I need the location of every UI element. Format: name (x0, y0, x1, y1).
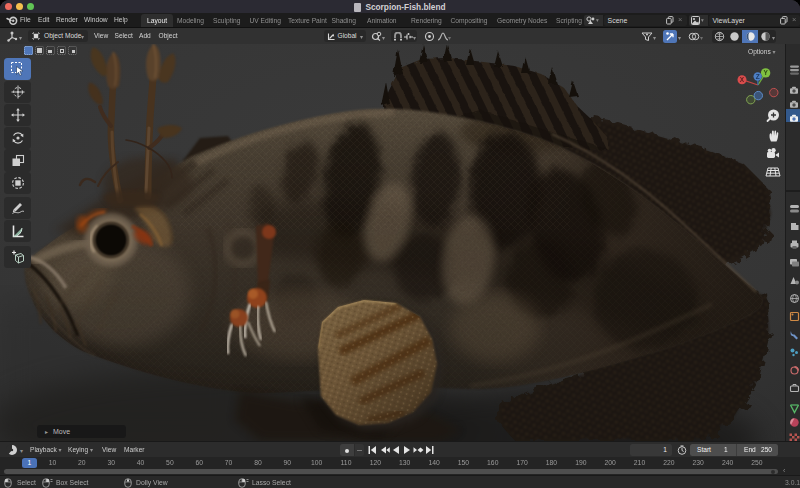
svg-text:Z: Z (756, 73, 760, 80)
svg-text:X: X (740, 76, 745, 83)
svg-text:Y: Y (763, 69, 768, 76)
